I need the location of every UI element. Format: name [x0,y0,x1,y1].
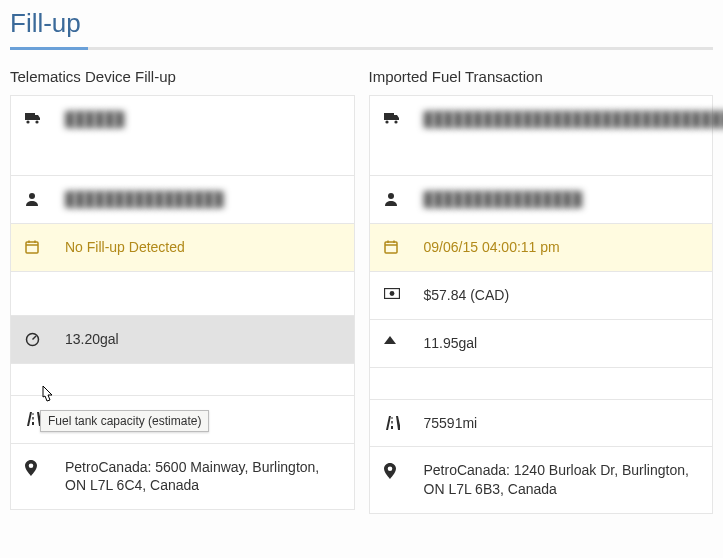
title-rule [10,47,713,50]
datetime-value: 09/06/15 04:00:11 pm [424,238,699,257]
location-value: PetroCanada: 1240 Burloak Dr, Burlington… [424,461,699,499]
telematics-column: Telematics Device Fill-up ██████ ███████… [10,68,355,514]
svg-line-8 [33,336,37,340]
imported-column: Imported Fuel Transaction ██████████████… [369,68,714,514]
svg-point-1 [35,120,38,123]
driver-value: ████████████████ [424,190,699,209]
spacer-row [370,368,713,400]
calendar-icon [384,238,424,254]
svg-point-10 [394,120,397,123]
vehicle-row: ██████ [11,96,354,176]
location-row: PetroCanada: 5600 Mainway, Burlington, O… [11,444,354,510]
caret-up-icon [384,334,424,344]
tank-capacity-value: 13.20gal [65,330,340,349]
svg-rect-3 [26,242,38,253]
vehicle-row: ████████████████████████████████████████ [370,96,713,176]
money-icon [384,286,424,299]
comparison-columns: Telematics Device Fill-up ██████ ███████… [10,68,713,514]
telematics-panel: ██████ ████████████████ No Fill-up Detec… [10,95,355,510]
cost-row: $57.84 (CAD) [370,272,713,320]
svg-point-9 [385,120,388,123]
svg-point-2 [29,193,35,199]
tank-capacity-tooltip: Fuel tank capacity (estimate) [40,410,209,432]
spacer-row [11,364,354,396]
vehicle-value: ██████ [65,110,340,129]
fillup-status-row: No Fill-up Detected [11,224,354,272]
fillup-status-value: No Fill-up Detected [65,238,340,257]
pin-icon [384,461,424,479]
volume-row: 11.95gal [370,320,713,368]
odometer-row: 75591mi [370,400,713,448]
datetime-row: 09/06/15 04:00:11 pm [370,224,713,272]
cost-row-empty [11,272,354,316]
truck-icon [384,110,424,124]
odometer-value: 75591mi [424,414,699,433]
svg-rect-12 [385,242,397,253]
gauge-icon [25,330,65,347]
empty-icon [25,286,65,288]
svg-point-17 [389,291,394,296]
user-icon [25,190,65,206]
driver-value: ████████████████ [65,190,340,209]
svg-point-11 [388,193,394,199]
user-icon [384,190,424,206]
vehicle-value: ████████████████████████████████████████ [424,110,724,129]
pin-icon [25,458,65,476]
location-value: PetroCanada: 5600 Mainway, Burlington, O… [65,458,340,496]
imported-panel: ████████████████████████████████████████… [369,95,714,514]
driver-row: ████████████████ [11,176,354,224]
location-row: PetroCanada: 1240 Burloak Dr, Burlington… [370,447,713,513]
driver-row: ████████████████ [370,176,713,224]
page-title: Fill-up [10,8,713,41]
cost-value: $57.84 (CAD) [424,286,699,305]
calendar-icon [25,238,65,254]
telematics-header: Telematics Device Fill-up [10,68,355,85]
road-icon [384,414,424,430]
svg-point-0 [26,120,29,123]
truck-icon [25,110,65,124]
tank-capacity-row[interactable]: 13.20gal [11,316,354,364]
imported-header: Imported Fuel Transaction [369,68,714,85]
volume-value: 11.95gal [424,334,699,353]
